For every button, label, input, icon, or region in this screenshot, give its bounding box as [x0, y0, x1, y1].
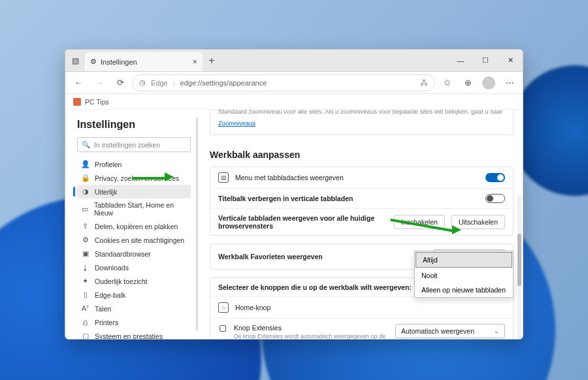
close-button[interactable]: ✕ — [498, 50, 523, 71]
address-text: edge://settings/appearance — [180, 79, 267, 87]
sidebar-item-label: Systeem en prestaties — [95, 332, 163, 340]
forward-button: → — [90, 74, 108, 92]
tab-actions-toggle[interactable] — [485, 173, 505, 182]
scrollbar-track — [517, 195, 521, 339]
tab-settings[interactable]: ⚙ Instellingen × — [85, 52, 203, 71]
sidebar-item-label: Downloads — [95, 264, 129, 272]
address-prefix: Edge — [151, 79, 168, 87]
collections-icon[interactable]: ⊕ — [459, 74, 477, 92]
sidebar-title: Instellingen — [77, 119, 191, 131]
search-icon: 🔍 — [82, 140, 90, 149]
sidebar-icon: Aᵀ — [81, 304, 90, 313]
sidebar-icon: ▭ — [81, 205, 89, 214]
settings-content: Instellingen 🔍 In instellingen zoeken 👤P… — [65, 110, 523, 339]
extensions-sub: De knop Extensies wordt automatisch weer… — [234, 333, 389, 339]
settings-search[interactable]: 🔍 In instellingen zoeken — [77, 137, 191, 152]
sidebar-item-7[interactable]: ⭳Downloads — [77, 261, 191, 274]
minimize-button[interactable]: — — [448, 50, 473, 71]
close-tab-icon[interactable]: × — [192, 57, 197, 67]
scrollbar-thumb[interactable] — [517, 234, 521, 286]
sidebar-item-label: Ouderlijk toezicht — [95, 277, 148, 285]
settings-main: Standaard zoomniveau voor alle sites. Al… — [198, 110, 523, 339]
site-identity-icon: ◷ — [139, 78, 146, 87]
profile-button[interactable] — [480, 74, 498, 92]
back-button[interactable]: ← — [69, 74, 88, 92]
sidebar-item-label: Talen — [95, 305, 111, 313]
sidebar-icon: ◑ — [81, 187, 90, 196]
reload-button[interactable]: ⟳ — [111, 74, 129, 92]
sidebar-item-4[interactable]: ⇪Delen, kopiëren en plakken — [77, 219, 191, 233]
sidebar-item-2[interactable]: ◑Uiterlijk — [77, 185, 191, 198]
zoom-levels-link[interactable]: Zoomniveaus — [218, 119, 255, 127]
hide-titlebar-toggle[interactable] — [485, 194, 505, 203]
sidebar-item-6[interactable]: ▣Standaardbrowser — [77, 247, 191, 261]
sidebar-icon: ▢ — [81, 332, 90, 339]
extensions-icon — [218, 324, 227, 333]
sidebar-icon: ⇪ — [81, 222, 90, 230]
sidebar-icon: 👤 — [81, 160, 90, 168]
address-bar[interactable]: ◷ Edge | edge://settings/appearance ⁂ — [132, 74, 435, 91]
sidebar-icon: ⎙ — [81, 318, 90, 326]
sidebar-item-label: Edge-balk — [95, 291, 125, 299]
sidebar-item-1[interactable]: 🔒Privacy, zoeken en services — [77, 171, 191, 185]
sidebar-icon: ⚙ — [81, 236, 90, 244]
sidebar-icon: 🔒 — [81, 174, 90, 182]
sidebar-icon: ⭳ — [81, 263, 90, 272]
disable-button[interactable]: Uitschakelen — [451, 215, 505, 229]
home-icon: ⌂ — [218, 302, 229, 313]
sidebar-item-3[interactable]: ▭Tabbladen Start, Home en Nieuw — [77, 198, 191, 219]
sidebar-item-8[interactable]: ✦Ouderlijk toezicht — [77, 274, 191, 288]
sidebar-item-label: Standaardbrowser — [95, 250, 151, 258]
settings-sidebar: Instellingen 🔍 In instellingen zoeken 👤P… — [65, 110, 196, 339]
vertical-all-label: Verticale tabbladen weergeven voor alle … — [218, 214, 374, 230]
sidebar-item-label: Tabbladen Start, Home en Nieuw — [94, 201, 187, 217]
extensions-button-label: Knop Extensies — [234, 324, 282, 332]
hide-titlebar-label: Titelbalk verbergen in verticale tabblad… — [218, 195, 353, 202]
section-title: Werkbalk aanpassen — [210, 150, 514, 160]
menu-button[interactable]: ⋯ — [500, 74, 519, 92]
tab-title: Instellingen — [101, 58, 137, 66]
sidebar-item-0[interactable]: 👤Profielen — [77, 157, 191, 171]
zoom-note: Standaard zoomniveau voor alle sites. Al… — [218, 110, 502, 115]
tab-actions-row-icon: ▤ — [218, 172, 229, 183]
sidebar-item-label: Uiterlijk — [95, 188, 117, 196]
dropdown-option-always[interactable]: Altijd — [416, 252, 512, 268]
dropdown-option-never[interactable]: Nooit — [415, 268, 513, 283]
home-button-label: Home-knop — [235, 304, 505, 311]
bookmark-favicon — [73, 98, 81, 106]
search-placeholder: In instellingen zoeken — [94, 141, 160, 149]
enable-button[interactable]: Inschakelen — [394, 215, 445, 229]
favorites-icon[interactable]: ✩ — [438, 74, 456, 92]
tab-strip: ▤ ⚙ Instellingen × + — ☐ ✕ — [65, 50, 523, 72]
extensions-select[interactable]: Automatisch weergeven ⌄ — [395, 324, 505, 338]
bookmark-pctips[interactable]: PC Tips — [85, 98, 109, 106]
sidebar-item-12[interactable]: ▢Systeem en prestaties — [77, 329, 191, 339]
dropdown-option-newtabs[interactable]: Alleen op nieuwe tabbladen — [415, 283, 513, 297]
sidebar-item-10[interactable]: AᵀTalen — [77, 302, 191, 315]
sidebar-item-11[interactable]: ⎙Printers — [77, 315, 191, 329]
toolbar: ← → ⟳ ◷ Edge | edge://settings/appearanc… — [65, 72, 523, 94]
new-tab-button[interactable]: + — [203, 50, 221, 71]
bookmarks-bar: PC Tips — [65, 94, 523, 110]
sidebar-icon: ▣ — [81, 249, 90, 258]
sidebar-item-5[interactable]: ⚙Cookies en site machtigingen — [77, 233, 191, 247]
gear-icon: ⚙ — [90, 57, 97, 66]
browser-window: ▤ ⚙ Instellingen × + — ☐ ✕ ← → ⟳ ◷ Edge … — [65, 49, 523, 340]
sidebar-item-label: Profielen — [95, 161, 122, 168]
sidebar-icon: ▯ — [81, 291, 90, 299]
tab-actions-label: Menu met tabbladacties weergeven — [235, 174, 479, 182]
fav-toolbar-dropdown[interactable]: Altijd Nooit Alleen op nieuwe tabbladen — [414, 251, 514, 298]
sidebar-item-label: Privacy, zoeken en services — [95, 174, 179, 182]
maximize-button[interactable]: ☐ — [473, 50, 498, 71]
read-aloud-icon[interactable]: ⁂ — [420, 78, 428, 87]
sidebar-item-label: Cookies en site machtigingen — [95, 236, 184, 244]
sidebar-icon: ✦ — [81, 277, 90, 285]
tab-actions-icon[interactable]: ▤ — [65, 50, 85, 71]
sidebar-item-label: Delen, kopiëren en plakken — [95, 223, 178, 230]
sidebar-item-9[interactable]: ▯Edge-balk — [77, 288, 191, 302]
sidebar-item-label: Printers — [95, 319, 118, 326]
chevron-down-icon: ⌄ — [494, 328, 499, 334]
fav-toolbar-label: Werkbalk Favorieten weergeven — [218, 253, 323, 261]
buttons-section-label: Selecteer de knoppen die u op de werkbal… — [218, 283, 412, 291]
